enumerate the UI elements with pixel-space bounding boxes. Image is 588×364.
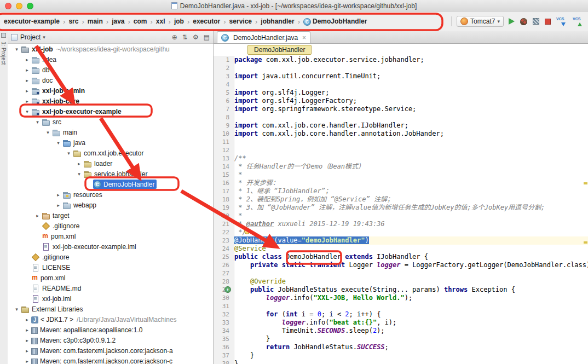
error-stripe-mark[interactable] [584, 241, 587, 244]
run-button[interactable] [509, 18, 515, 25]
code-line-18[interactable]: 18 * 2、装配到Spring，例如加 “@Service” 注解； [214, 195, 588, 204]
tree-item-external-libraries[interactable]: ▾External Libraries [8, 304, 213, 314]
tree-expanded-arrow[interactable]: ▾ [44, 130, 51, 135]
tree-collapsed-arrow[interactable]: ▸ [24, 317, 31, 322]
code-line-4[interactable]: 4 [214, 80, 588, 89]
code-line-7[interactable]: 7import org.springframework.stereotype.S… [214, 105, 588, 113]
tree-item-demojobhandler[interactable]: CDemoJobHandler [8, 179, 213, 189]
tree-item-xxl-job-iml[interactable]: xxl-job.iml [8, 293, 213, 304]
tree-collapsed-arrow[interactable]: ▸ [24, 57, 31, 62]
code-line-1[interactable]: 1package com.xxl.job.executor.service.jo… [214, 56, 588, 64]
tree-item-xxl-job-executor-example[interactable]: ▾xxl-job-executor-example [8, 106, 213, 117]
breadcrumb-item-job[interactable]: job [172, 16, 186, 26]
code-line-31[interactable]: 31 [214, 302, 588, 310]
tree-item-loader[interactable]: ▸loader [8, 158, 213, 169]
breadcrumb-item-java[interactable]: java [110, 16, 126, 26]
overriding-method-icon[interactable]: ↑ [224, 286, 231, 293]
code-line-37[interactable]: 37 } [214, 351, 588, 360]
vcs-commit-button[interactable]: VCS [573, 17, 584, 26]
tree-expanded-arrow[interactable]: ▾ [55, 140, 62, 146]
tree-expanded-arrow[interactable]: ▾ [65, 151, 72, 156]
tree-collapsed-arrow[interactable]: ▸ [24, 359, 31, 364]
intention-bulb-icon[interactable] [244, 228, 250, 234]
tree-item-license[interactable]: LICENSE [8, 262, 213, 273]
tree-item-maven-aopalliance-aopalliance-1-0[interactable]: ▸Maven: aopalliance:aopalliance:1.0 [8, 325, 213, 335]
vcs-update-button[interactable]: VCS [556, 17, 567, 26]
tree-item-doc[interactable]: ▸doc [8, 75, 213, 85]
breadcrumb-item-executor[interactable]: executor [191, 16, 222, 26]
breadcrumb-item-com[interactable]: com [132, 16, 149, 26]
tree-item-gitignore[interactable]: .gitignore [8, 221, 213, 231]
tree-item-resources[interactable]: ▸resources [8, 189, 213, 200]
code-line-29[interactable]: 29 public JobHandleStatus execute(String… [214, 286, 588, 294]
breadcrumb-item-demojobhandler[interactable]: CDemoJobHandler [302, 16, 368, 27]
code-line-25[interactable]: 25public class DemoJobHandler extends IJ… [214, 253, 588, 261]
breadcrumb-item-main[interactable]: main [86, 16, 105, 26]
tree-collapsed-arrow[interactable]: ▸ [24, 88, 31, 94]
tree-item-maven-com-fasterxml-jackson-core-jackson-a[interactable]: ▸Maven: com.fasterxml.jackson.core:jacks… [8, 345, 213, 356]
code-line-32[interactable]: 32 for (int i = 0; i < 2; i++) { [214, 310, 588, 319]
tree-collapsed-arrow[interactable]: ▸ [24, 99, 31, 104]
code-line-15[interactable]: 15 * [214, 171, 588, 179]
code-line-13[interactable]: 13/** [214, 154, 588, 163]
tree-expanded-arrow[interactable]: ▾ [24, 109, 31, 114]
code-line-8[interactable]: 8 [214, 113, 588, 122]
tree-collapsed-arrow[interactable]: ▸ [76, 161, 83, 166]
tree-item-service-jobhandler[interactable]: ▾service.jobhandler [8, 169, 213, 179]
code-line-3[interactable]: 3import java.util.concurrent.TimeUnit; [214, 72, 588, 80]
code-line-33[interactable]: 33 logger.info("beat at:{}", i); [214, 319, 588, 327]
tree-item-pom-xml[interactable]: mpom.xml [8, 273, 213, 283]
code-line-10[interactable]: 10import com.xxl.job.core.handler.annota… [214, 130, 588, 138]
tree-expanded-arrow[interactable]: ▾ [76, 171, 83, 177]
tree-item-main[interactable]: ▾main [8, 127, 213, 137]
editor-breadcrumb-chip[interactable]: DemoJobHandler [247, 45, 312, 55]
tree-item-target[interactable]: ▸target [8, 210, 213, 221]
code-line-9[interactable]: 9import com.xxl.job.core.handler.IJobHan… [214, 122, 588, 130]
error-stripe-mark[interactable] [584, 182, 587, 184]
code-line-26[interactable]: 26 private static transient Logger logge… [214, 261, 588, 269]
tab-demojobhandler-java[interactable]: C DemoJobHandler.java × [217, 31, 310, 43]
tree-item-db[interactable]: ▸db [8, 65, 213, 75]
collapse-all-button[interactable]: ⇅ [182, 33, 188, 41]
tree-item-maven-c3p0-c3p0-0-9-1-2[interactable]: ▸Maven: c3p0:c3p0:0.9.1.2 [8, 335, 213, 345]
tree-collapsed-arrow[interactable]: ▸ [24, 327, 31, 333]
code-line-2[interactable]: 2 [214, 64, 588, 72]
tree-item-src[interactable]: ▾src [8, 117, 213, 127]
hide-panel-button[interactable]: ▤ [204, 33, 210, 41]
debug-button[interactable] [520, 18, 527, 25]
settings-gear-button[interactable]: ⚙ [193, 33, 199, 41]
tree-expanded-arrow[interactable]: ▾ [13, 307, 20, 312]
tree-collapsed-arrow[interactable]: ▸ [55, 192, 62, 198]
code-line-24[interactable]: 24@Service [214, 245, 588, 253]
code-line-34[interactable]: 34 TimeUnit.SECONDS.sleep(2); [214, 327, 588, 335]
code-line-36[interactable]: 36 return JobHandleStatus.SUCCESS; [214, 343, 588, 351]
run-coverage-button[interactable] [533, 18, 539, 25]
code-line-14[interactable]: 14 * 任务Handler的一个Demo（Bean模式） [214, 163, 588, 171]
code-line-21[interactable]: 21 * @author xuxueli 2015-12-19 19:43:36 [214, 220, 588, 228]
breadcrumb-item-service[interactable]: service [228, 16, 253, 26]
code-line-16[interactable]: 16 * 开发步骤： [214, 179, 588, 187]
tool-window-button-project[interactable]: 1: Project [1, 42, 7, 65]
code-line-28[interactable]: 28 @Override [214, 278, 588, 286]
locate-button[interactable]: ⊕ [172, 33, 177, 41]
tree-item-java[interactable]: ▾java [8, 137, 213, 148]
code-line-5[interactable]: 5import org.slf4j.Logger; [214, 89, 588, 97]
tree-item-xxl-job-admin[interactable]: ▸xxl-job-admin [8, 85, 213, 96]
tree-item-xxl-job[interactable]: ▾xxl-job~/workspaces/idea-git-workspace/… [8, 44, 213, 54]
code-line-35[interactable]: 35 } [214, 335, 588, 343]
tree-item-xxl-job-core[interactable]: ▸xxl-job-core [8, 96, 213, 106]
tree-collapsed-arrow[interactable]: ▸ [24, 78, 31, 83]
code-line-23[interactable]: 23@JobHander(value="demoJobHandler") [214, 236, 588, 245]
code-line-22[interactable]: 22 */ [214, 228, 588, 236]
chevron-down-icon[interactable]: ▾ [43, 34, 45, 40]
code-line-17[interactable]: 17 * 1、继承 “IJobHandler”； [214, 187, 588, 195]
stop-button[interactable] [545, 19, 551, 25]
tree-item-com-xxl-job-executor[interactable]: ▾com.xxl.job.executor [8, 148, 213, 158]
tree-item-gitignore[interactable]: .gitignore [8, 252, 213, 262]
tree-item-idea[interactable]: ▸.idea [8, 54, 213, 65]
breadcrumb-item-src[interactable]: src [67, 16, 80, 26]
code-line-27[interactable]: 27 [214, 269, 588, 278]
tree-item-readme-md[interactable]: README.md [8, 283, 213, 293]
breadcrumb-item-xxl[interactable]: xxl [154, 16, 167, 26]
code-editor[interactable]: 1package com.xxl.job.executor.service.jo… [214, 56, 588, 364]
